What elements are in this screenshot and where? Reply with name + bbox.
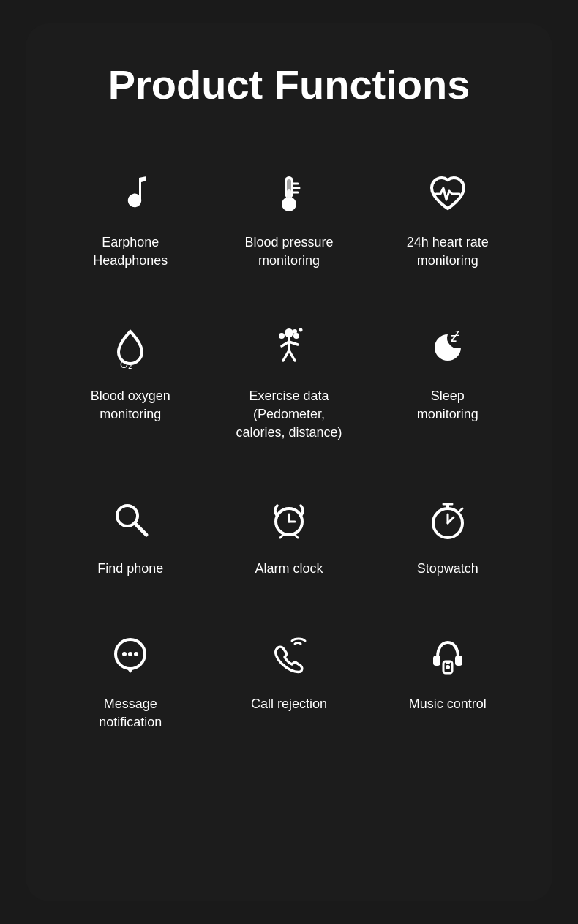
find-phone-label: Find phone xyxy=(97,560,163,578)
music-control-label: Music control xyxy=(409,695,487,713)
svg-point-12 xyxy=(299,328,302,332)
message-icon xyxy=(104,629,157,682)
features-grid: EarphoneHeadphones Blood pressuremonitor… xyxy=(55,146,523,747)
svg-rect-33 xyxy=(455,656,462,666)
page-title: Product Functions xyxy=(108,60,470,109)
alarm-icon xyxy=(263,494,315,546)
exercise-icon xyxy=(263,321,315,374)
alarm-label: Alarm clock xyxy=(255,560,323,578)
svg-point-30 xyxy=(128,652,132,656)
svg-point-35 xyxy=(446,665,450,669)
blood-pressure-label: Blood pressuremonitoring xyxy=(244,233,333,270)
svg-line-27 xyxy=(459,508,462,511)
feature-blood-oxygen: O₂ Blood oxygenmonitoring xyxy=(55,299,206,457)
svg-point-8 xyxy=(285,328,293,337)
svg-text:O₂: O₂ xyxy=(120,358,132,369)
feature-sleep: z z Sleepmonitoring xyxy=(372,299,523,457)
sleep-label: Sleepmonitoring xyxy=(417,387,478,424)
feature-stopwatch: Stopwatch xyxy=(372,472,523,593)
call-rejection-icon xyxy=(263,629,315,682)
svg-line-16 xyxy=(135,523,146,535)
heart-rate-icon xyxy=(421,168,474,220)
music-control-icon xyxy=(421,629,474,682)
product-card: Product Functions EarphoneHeadphones xyxy=(26,23,552,901)
thermometer-icon xyxy=(263,168,315,220)
call-rejection-label: Call rejection xyxy=(251,695,327,713)
svg-point-9 xyxy=(279,333,285,339)
svg-point-11 xyxy=(293,329,297,334)
feature-music-control: Music control xyxy=(372,607,523,746)
svg-rect-36 xyxy=(446,661,450,664)
svg-point-10 xyxy=(293,333,299,339)
blood-oxygen-label: Blood oxygenmonitoring xyxy=(91,387,170,424)
exercise-label: Exercise data(Pedometer,calories, distan… xyxy=(236,387,342,443)
find-phone-icon xyxy=(104,494,157,546)
feature-alarm: Alarm clock xyxy=(214,472,365,593)
feature-heart-rate: 24h heart ratemonitoring xyxy=(372,146,523,285)
feature-message: Messagenotification xyxy=(55,607,206,746)
blood-oxygen-icon: O₂ xyxy=(104,321,157,374)
svg-rect-3 xyxy=(287,189,291,198)
svg-point-29 xyxy=(122,652,127,656)
sleep-icon: z z xyxy=(421,321,474,374)
feature-find-phone: Find phone xyxy=(55,472,206,593)
heart-rate-label: 24h heart ratemonitoring xyxy=(407,233,489,270)
music-note-icon xyxy=(104,168,157,220)
message-label: Messagenotification xyxy=(99,695,162,732)
feature-blood-pressure: Blood pressuremonitoring xyxy=(214,146,365,285)
earphone-label: EarphoneHeadphones xyxy=(93,233,168,270)
svg-line-20 xyxy=(280,535,283,538)
svg-line-21 xyxy=(295,535,298,538)
stopwatch-label: Stopwatch xyxy=(417,560,478,578)
feature-earphone: EarphoneHeadphones xyxy=(55,146,206,285)
stopwatch-icon xyxy=(421,494,474,546)
feature-exercise: Exercise data(Pedometer,calories, distan… xyxy=(214,299,365,457)
svg-text:z: z xyxy=(455,328,459,338)
svg-rect-32 xyxy=(433,656,440,666)
feature-call-rejection: Call rejection xyxy=(214,607,365,746)
svg-point-1 xyxy=(282,197,296,211)
svg-point-31 xyxy=(134,652,138,656)
